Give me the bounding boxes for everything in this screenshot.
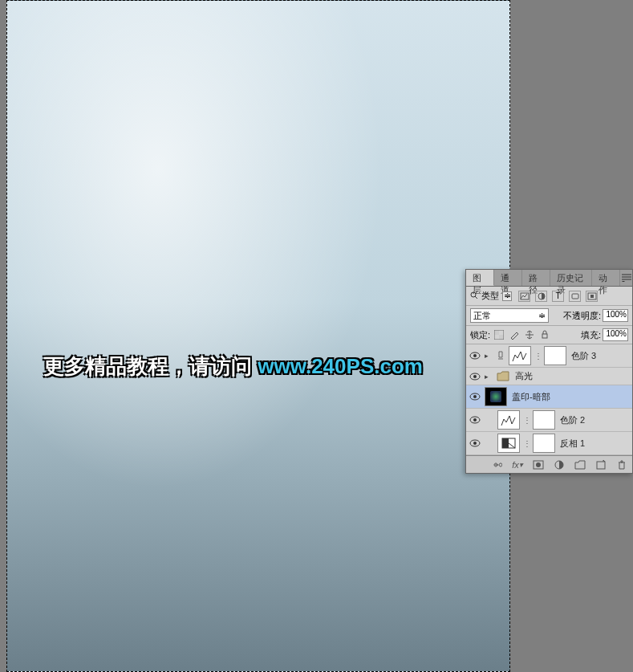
- link-icon: ⋮: [523, 416, 530, 425]
- watermark-text: 更多精品教程，请访问 www.240PS.com: [43, 352, 423, 381]
- tab-paths[interactable]: 路径: [522, 270, 550, 286]
- trash-icon[interactable]: [615, 459, 628, 470]
- layers-list: ▸ ⋮ 色阶 3 ▸ 高光 盖印-暗部 ⋮ 色阶 2: [466, 344, 632, 455]
- link-layers-icon[interactable]: [490, 459, 503, 470]
- tab-actions[interactable]: 动作: [592, 270, 620, 286]
- layers-panel: 图层 通道 路径 历史记录 动作 类型 ≑ T 正常 ≑ 不透明度: 100% …: [465, 269, 633, 474]
- blend-mode-select[interactable]: 正常 ≑: [470, 308, 549, 323]
- watermark-prefix: 更多精品教程，请访问: [43, 354, 258, 378]
- svg-rect-8: [572, 294, 578, 299]
- disclosure-icon[interactable]: ▸: [485, 373, 493, 381]
- mask-thumb: [533, 410, 555, 430]
- layer-name: 盖印-暗部: [512, 391, 550, 403]
- eye-icon[interactable]: [469, 414, 481, 426]
- fill-input[interactable]: 100%: [603, 328, 628, 341]
- layer-thumb: [485, 387, 507, 406]
- opacity-label: 不透明度:: [563, 310, 601, 322]
- layer-name: 反相 1: [560, 438, 585, 450]
- new-group-icon[interactable]: [574, 459, 586, 470]
- lock-transparent-icon[interactable]: [493, 329, 505, 340]
- eye-icon[interactable]: [469, 350, 481, 361]
- lock-position-icon[interactable]: [524, 329, 535, 340]
- layer-name: 色阶 2: [560, 414, 585, 426]
- svg-rect-10: [590, 295, 594, 298]
- layer-name: 高光: [515, 370, 533, 382]
- add-mask-icon[interactable]: [532, 459, 545, 470]
- svg-point-27: [536, 462, 541, 467]
- svg-point-22: [473, 418, 477, 422]
- opacity-input[interactable]: 100%: [603, 309, 628, 322]
- layer-row[interactable]: ⋮ 反相 1: [466, 432, 632, 455]
- folder-icon: [496, 370, 510, 383]
- svg-rect-14: [542, 334, 547, 338]
- panel-footer: fx▾: [466, 455, 632, 473]
- tab-history[interactable]: 历史记录: [550, 270, 593, 286]
- svg-rect-11: [494, 330, 499, 335]
- filter-pixel-icon[interactable]: [518, 291, 530, 302]
- svg-marker-3: [622, 281, 625, 282]
- panel-tabs: 图层 通道 路径 历史记录 动作: [466, 270, 632, 287]
- filter-adjust-icon[interactable]: [535, 291, 547, 302]
- filter-smart-icon[interactable]: [586, 291, 598, 302]
- tab-layers[interactable]: 图层: [466, 270, 494, 286]
- document-canvas[interactable]: 更多精品教程，请访问 www.240PS.com: [6, 0, 510, 672]
- svg-rect-6: [521, 293, 529, 299]
- filter-type-icons: T: [518, 291, 598, 302]
- svg-point-24: [473, 442, 477, 445]
- opacity-block: 不透明度: 100%: [563, 309, 628, 322]
- tab-channels[interactable]: 通道: [494, 270, 522, 286]
- lock-label: 锁定:: [470, 329, 490, 341]
- new-layer-icon[interactable]: [594, 459, 607, 470]
- disclosure-icon[interactable]: ▸: [485, 352, 493, 360]
- eye-icon[interactable]: [469, 438, 481, 449]
- svg-rect-12: [499, 335, 504, 340]
- layer-row[interactable]: ▸ 高光: [466, 368, 632, 385]
- layer-row[interactable]: 盖印-暗部: [466, 385, 632, 409]
- watermark-url: www.240PS.com: [258, 354, 423, 378]
- mask-thumb: [544, 346, 566, 365]
- filter-type-label: 类型: [481, 290, 499, 302]
- lock-pixels-icon[interactable]: [509, 329, 520, 340]
- filter-dropdown[interactable]: ≑: [502, 291, 512, 301]
- svg-point-20: [473, 395, 477, 398]
- filter-text-icon[interactable]: T: [552, 291, 564, 302]
- fill-label: 填充:: [581, 329, 601, 341]
- layer-row[interactable]: ▸ ⋮ 色阶 3: [466, 344, 632, 368]
- layer-name: 色阶 3: [571, 350, 596, 362]
- fx-icon[interactable]: fx▾: [511, 459, 524, 470]
- svg-rect-29: [597, 462, 605, 469]
- search-icon: [470, 291, 478, 301]
- adj-thumb: [497, 410, 520, 430]
- layer-row[interactable]: ⋮ 色阶 2: [466, 409, 632, 432]
- svg-point-16: [473, 354, 477, 357]
- panel-menu-icon[interactable]: [620, 270, 632, 286]
- blend-mode-row: 正常 ≑ 不透明度: 100%: [466, 306, 632, 326]
- clip-icon: [496, 351, 505, 360]
- fill-block: 填充: 100%: [581, 328, 628, 341]
- svg-line-5: [475, 296, 477, 299]
- lock-icons: [493, 329, 550, 340]
- svg-point-18: [473, 375, 477, 378]
- add-adjustment-icon[interactable]: [553, 459, 566, 470]
- filter-shape-icon[interactable]: [569, 291, 581, 302]
- blend-mode-value: 正常: [473, 310, 491, 322]
- adj-thumb: [497, 434, 520, 453]
- adj-thumb: [509, 346, 531, 365]
- eye-icon[interactable]: [469, 391, 481, 402]
- eye-icon[interactable]: [469, 371, 481, 382]
- link-icon: ⋮: [523, 439, 530, 448]
- mask-thumb: [533, 434, 555, 453]
- link-icon: ⋮: [534, 352, 541, 360]
- chevron-down-icon: ≑: [538, 311, 546, 321]
- lock-row: 锁定: 填充: 100%: [466, 326, 632, 344]
- lock-all-icon[interactable]: [539, 329, 550, 340]
